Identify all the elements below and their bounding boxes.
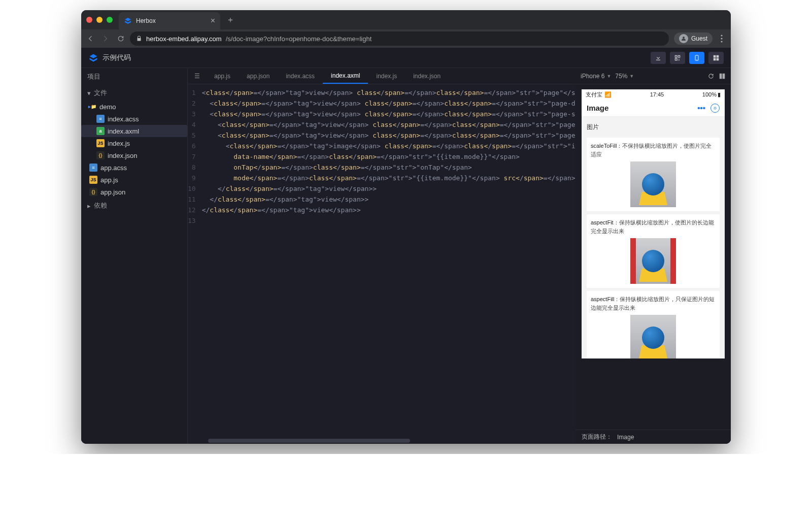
page-path-label: 页面路径： bbox=[582, 433, 612, 441]
tree-item-label: index.js bbox=[108, 140, 130, 147]
tree-file-index-js[interactable]: JS index.js bbox=[81, 137, 187, 149]
svg-point-5 bbox=[714, 107, 716, 109]
card-title: aspectFill：保持纵横比缩放图片，只保证图片的短边能完全显示出来 bbox=[591, 295, 716, 312]
folder-icon: ▸📁 bbox=[88, 103, 96, 111]
url-domain: herbox-embed.alipay.com bbox=[146, 35, 222, 43]
app-title: 示例代码 bbox=[103, 53, 131, 62]
editor-tab-index-json[interactable]: index.json bbox=[405, 68, 449, 84]
demo-image[interactable] bbox=[630, 161, 676, 207]
page-path-bar: 页面路径： Image bbox=[576, 430, 731, 444]
reload-button[interactable] bbox=[117, 35, 125, 43]
device-label: iPhone 6 bbox=[581, 73, 604, 80]
code-body: <class</span>=</span>"tag">view</span> c… bbox=[200, 84, 576, 444]
tree-item-label: index.axml bbox=[108, 127, 139, 135]
zoom-label: 75% bbox=[615, 73, 627, 80]
svg-point-2 bbox=[721, 41, 722, 42]
css-file-icon: ≡ bbox=[96, 115, 105, 123]
menu-button[interactable] bbox=[718, 35, 726, 43]
tree-file-index-axml[interactable]: a index.axml bbox=[81, 125, 187, 137]
ide-layout: 项目 ▾ 文件 ▸📁 demo ≡ index.acss a index.axm… bbox=[81, 68, 731, 444]
phone-navbar: Image ••• bbox=[582, 100, 725, 117]
tree-item-label: app.json bbox=[100, 188, 125, 196]
preview-pane: iPhone 6 ▼ 75% ▼ 支付宝 📶 17:45 100% ▮ bbox=[576, 68, 731, 444]
svg-point-4 bbox=[697, 59, 697, 60]
grid-button[interactable] bbox=[708, 52, 724, 64]
preview-toolbar: iPhone 6 ▼ 75% ▼ bbox=[576, 68, 731, 84]
traffic-lights bbox=[86, 17, 113, 23]
editor-menu-button[interactable]: ☰ bbox=[188, 73, 206, 80]
lock-icon bbox=[136, 36, 142, 42]
maximize-window-button[interactable] bbox=[107, 17, 113, 23]
tree-item-label: index.acss bbox=[108, 115, 139, 123]
sidebar-panel-label: 项目 bbox=[81, 68, 187, 85]
demo-image[interactable] bbox=[636, 238, 670, 284]
tree-folder-demo[interactable]: ▸📁 demo bbox=[81, 101, 187, 113]
phone-preview: 支付宝 📶 17:45 100% ▮ Image ••• 图片 bbox=[582, 89, 725, 358]
url-path: /s/doc-image?chInfo=openhome-doc&theme=l… bbox=[226, 35, 372, 43]
page-description: 图片 bbox=[582, 120, 725, 135]
image-demo-card: aspectFit：保持纵横比缩放图片，使图片的长边能完全显示出来 bbox=[587, 214, 720, 288]
close-window-button[interactable] bbox=[86, 17, 92, 23]
tree-section-label: 依赖 bbox=[94, 201, 107, 210]
editor-tab-app-js[interactable]: app.js bbox=[206, 68, 239, 84]
phone-preview-button[interactable] bbox=[689, 52, 704, 64]
editor-pane: ☰ app.js app.json index.acss index.axml … bbox=[188, 68, 576, 444]
navbar-title: Image bbox=[587, 104, 608, 112]
horizontal-scrollbar[interactable] bbox=[208, 439, 576, 444]
tree-item-label: app.js bbox=[100, 176, 118, 184]
browser-tab[interactable]: Herbox × bbox=[119, 12, 220, 29]
sidebar: 项目 ▾ 文件 ▸📁 demo ≡ index.acss a index.axm… bbox=[81, 68, 188, 444]
tab-title: Herbox bbox=[136, 17, 156, 24]
line-gutter: 12345678910111213 bbox=[188, 84, 200, 444]
editor-tabbar: ☰ app.js app.json index.acss index.axml … bbox=[188, 68, 576, 84]
code-editor[interactable]: 12345678910111213 <class</span>=</span>"… bbox=[188, 84, 576, 444]
refresh-preview-button[interactable] bbox=[707, 73, 715, 80]
battery-icon: ▮ bbox=[718, 91, 721, 98]
editor-tab-index-axml[interactable]: index.axml bbox=[323, 68, 368, 84]
qrcode-button[interactable] bbox=[670, 52, 685, 64]
minimize-window-button[interactable] bbox=[96, 17, 103, 23]
demo-image[interactable] bbox=[630, 315, 676, 358]
download-button[interactable] bbox=[651, 52, 666, 64]
tree-file-index-json[interactable]: {} index.json bbox=[81, 149, 187, 161]
image-demo-card: aspectFill：保持纵横比缩放图片，只保证图片的短边能完全显示出来 bbox=[587, 291, 720, 358]
editor-tab-index-acss[interactable]: index.acss bbox=[278, 68, 323, 84]
browser-window: Herbox × ＋ herbox-embed.alipay.com/s/doc… bbox=[81, 10, 731, 444]
app-logo-icon bbox=[88, 53, 98, 63]
zoom-selector[interactable]: 75% ▼ bbox=[615, 73, 634, 80]
carrier-label: 支付宝 bbox=[586, 91, 602, 99]
tree-section-files[interactable]: ▾ 文件 bbox=[81, 85, 187, 101]
more-icon[interactable]: ••• bbox=[697, 104, 705, 113]
clock-label: 17:45 bbox=[612, 91, 702, 97]
tree-file-app-acss[interactable]: ≡ app.acss bbox=[81, 161, 187, 174]
tree-file-app-js[interactable]: JS app.js bbox=[81, 174, 187, 186]
chevron-down-icon: ▾ bbox=[87, 89, 91, 97]
tree-item-label: demo bbox=[99, 103, 116, 111]
profile-button[interactable]: Guest bbox=[674, 32, 713, 45]
close-tab-button[interactable]: × bbox=[211, 16, 215, 25]
tree-item-label: app.acss bbox=[100, 164, 127, 172]
url-input[interactable]: herbox-embed.alipay.com/s/doc-image?chIn… bbox=[130, 31, 669, 46]
chevron-down-icon: ▼ bbox=[606, 74, 611, 79]
tree-section-deps[interactable]: ▸ 依赖 bbox=[81, 198, 187, 213]
tree-file-app-json[interactable]: {} app.json bbox=[81, 186, 187, 198]
back-button[interactable] bbox=[86, 35, 94, 43]
forward-button[interactable] bbox=[101, 35, 110, 43]
chevron-right-icon: ▸ bbox=[87, 202, 91, 210]
close-mini-app-button[interactable] bbox=[710, 104, 720, 113]
nav-buttons bbox=[86, 35, 125, 43]
chevron-down-icon: ▼ bbox=[629, 74, 634, 79]
phone-page-body[interactable]: 图片 scaleToFill：不保持纵横比缩放图片，使图片完全适应 aspect… bbox=[582, 117, 725, 358]
tree-file-index-acss[interactable]: ≡ index.acss bbox=[81, 113, 187, 125]
card-title: scaleToFill：不保持纵横比缩放图片，使图片完全适应 bbox=[591, 142, 716, 158]
editor-tab-index-js[interactable]: index.js bbox=[368, 68, 405, 84]
layout-toggle-button[interactable] bbox=[719, 73, 726, 80]
phone-statusbar: 支付宝 📶 17:45 100% ▮ bbox=[582, 89, 725, 100]
new-tab-button[interactable]: ＋ bbox=[226, 15, 234, 25]
svg-point-1 bbox=[721, 38, 722, 39]
css-file-icon: ≡ bbox=[89, 164, 97, 172]
json-file-icon: {} bbox=[96, 151, 105, 159]
scrollbar-thumb[interactable] bbox=[208, 439, 410, 443]
editor-tab-app-json[interactable]: app.json bbox=[239, 68, 278, 84]
device-selector[interactable]: iPhone 6 ▼ bbox=[581, 73, 611, 80]
